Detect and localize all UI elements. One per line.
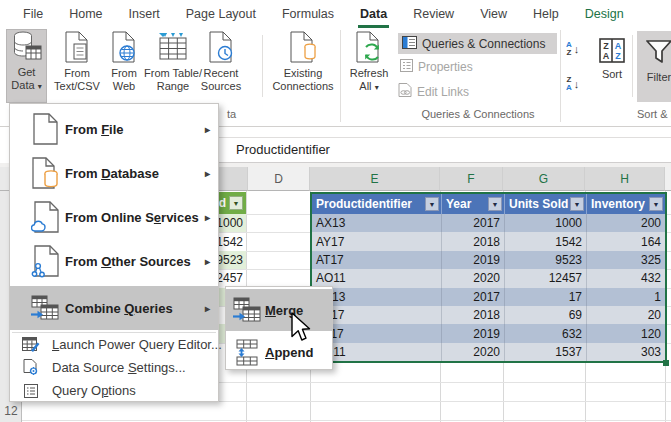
cell[interactable]: 9523 xyxy=(505,251,587,269)
cell[interactable]: 2018 xyxy=(442,306,505,324)
table-header-year[interactable]: Year▼ xyxy=(442,194,505,214)
tab-help[interactable]: Help xyxy=(520,0,572,28)
row-header-12[interactable]: 12 xyxy=(0,402,22,420)
from-web-button[interactable]: From Web xyxy=(104,31,144,94)
cell[interactable]: 12457 xyxy=(505,269,587,287)
sort-za-icon: ZA xyxy=(566,76,572,93)
sort-descending-button[interactable]: ZA ↓ xyxy=(566,76,579,93)
tab-view[interactable]: View xyxy=(467,0,520,28)
table-row: AY17 2018 1542 164 xyxy=(312,232,665,250)
refresh-all-line2: All ▾ xyxy=(359,80,378,93)
table-header-inventory[interactable]: Inventory▼ xyxy=(587,194,665,214)
cell[interactable]: 2019 xyxy=(442,251,505,269)
get-data-menu: From File ▸ From Database ▸ From Online … xyxy=(9,103,219,402)
menu-item-from-database[interactable]: From Database ▸ xyxy=(10,151,218,195)
from-table-range-button[interactable]: From Table/ Range xyxy=(144,31,202,94)
cell[interactable]: AT17 xyxy=(312,251,442,269)
dropdown-caret-icon: ▾ xyxy=(375,83,379,92)
table-resize-handle[interactable] xyxy=(663,360,669,366)
menu-item-from-online-services[interactable]: From Online Services ▸ xyxy=(10,195,218,239)
queries-connections-toggle[interactable]: Queries & Connections xyxy=(398,33,557,54)
cell[interactable]: 1537 xyxy=(505,343,587,361)
tab-review[interactable]: Review xyxy=(400,0,467,28)
cell[interactable]: 20 xyxy=(587,306,665,324)
sort-ascending-button[interactable]: AZ ↓ xyxy=(566,41,579,58)
cell[interactable]: 120 xyxy=(587,324,665,342)
filter-button[interactable]: Filter xyxy=(637,31,671,102)
existing-connections-icon xyxy=(289,31,317,67)
cell[interactable]: 17 xyxy=(505,288,587,306)
filter-dropdown-icon[interactable]: ▼ xyxy=(649,197,663,211)
recent-sources-button[interactable]: Recent Sources xyxy=(198,31,244,94)
column-header-c-sliver[interactable] xyxy=(219,167,248,191)
tab-design[interactable]: Design xyxy=(572,0,637,28)
menu-item-data-source-settings[interactable]: Data Source Settings... xyxy=(10,356,218,379)
submenu-item-append[interactable]: Append xyxy=(226,331,332,373)
sort-button[interactable]: Z A A Z Sort xyxy=(594,38,630,81)
cell[interactable]: 2017 xyxy=(442,288,505,306)
properties-button[interactable]: Properties xyxy=(400,59,473,75)
menu-item-from-other-sources[interactable]: From Other Sources ▸ xyxy=(10,239,218,283)
existing-connections-button[interactable]: Existing Connections xyxy=(268,31,338,94)
filter-dropdown-icon[interactable]: ▼ xyxy=(229,196,243,210)
merge-icon xyxy=(232,297,262,324)
column-header-d[interactable]: D xyxy=(248,167,310,191)
column-header-f[interactable]: F xyxy=(440,167,503,191)
cell[interactable]: 2018 xyxy=(442,232,505,250)
cell[interactable]: 164 xyxy=(587,232,665,250)
cell[interactable]: 1000 xyxy=(505,214,587,232)
column-header-e[interactable]: E xyxy=(310,167,440,191)
group-separator xyxy=(340,30,341,122)
menu-item-launch-power-query-editor[interactable]: Launch Power Query Editor... xyxy=(10,333,218,356)
formula-input[interactable]: Productidentifier xyxy=(236,137,330,163)
menu-item-query-options[interactable]: Query Options xyxy=(10,379,218,402)
cell[interactable]: AY17 xyxy=(312,232,442,250)
table-header-units-sold[interactable]: Units Sold▼ xyxy=(505,194,587,214)
power-query-editor-icon xyxy=(21,337,41,353)
cell[interactable]: 69 xyxy=(505,306,587,324)
cell[interactable]: 200 xyxy=(587,214,665,232)
data-table[interactable]: Productidentifier▼ Year▼ Units Sold▼ Inv… xyxy=(310,192,667,363)
cell[interactable]: AX13 xyxy=(312,214,442,232)
cell[interactable]: 432 xyxy=(587,269,665,287)
cell[interactable]: 632 xyxy=(505,324,587,342)
queries-pane-icon xyxy=(402,36,417,52)
ribbon-separator xyxy=(632,35,633,97)
cell[interactable]: 1542 xyxy=(505,232,587,250)
cell[interactable]: 1 xyxy=(587,288,665,306)
from-text-csv-button[interactable]: From Text/CSV xyxy=(52,31,102,94)
tab-formulas[interactable]: Formulas xyxy=(269,0,347,28)
group-separator xyxy=(560,30,561,122)
svg-text:Z: Z xyxy=(615,51,621,61)
svg-text:Z: Z xyxy=(603,41,609,51)
table-row: AO11 2020 1537 303 xyxy=(312,343,665,361)
cell[interactable]: 2020 xyxy=(442,343,505,361)
cell[interactable]: 325 xyxy=(587,251,665,269)
tab-page-layout[interactable]: Page Layout xyxy=(173,0,269,28)
left-table-header-text: d xyxy=(219,196,226,210)
tab-insert[interactable]: Insert xyxy=(116,0,173,28)
refresh-all-button[interactable]: Refresh All ▾ xyxy=(346,31,392,94)
cell[interactable]: 2020 xyxy=(442,269,505,287)
table-header-productidentifier[interactable]: Productidentifier▼ xyxy=(312,194,442,214)
cell[interactable]: 303 xyxy=(587,343,665,361)
edit-links-button[interactable]: Edit Links xyxy=(398,83,469,100)
menu-item-from-file[interactable]: From File ▸ xyxy=(10,107,218,151)
tab-file[interactable]: File xyxy=(10,0,56,28)
group-label-queries-connections: Queries & Connections xyxy=(398,108,558,120)
tab-home[interactable]: Home xyxy=(56,0,115,28)
filter-dropdown-icon[interactable]: ▼ xyxy=(425,197,439,211)
column-header-g[interactable]: G xyxy=(503,167,585,191)
cell[interactable]: 2017 xyxy=(442,214,505,232)
tab-data[interactable]: Data xyxy=(347,0,400,28)
submenu-item-merge[interactable]: Merge xyxy=(226,289,332,331)
column-header-h[interactable]: H xyxy=(585,167,665,191)
filter-dropdown-icon[interactable]: ▼ xyxy=(570,197,584,211)
mouse-cursor xyxy=(290,312,314,348)
menu-item-combine-queries[interactable]: Combine Queries ▸ xyxy=(10,286,218,330)
filter-dropdown-icon[interactable]: ▼ xyxy=(488,197,502,211)
submenu-arrow-icon: ▸ xyxy=(205,168,210,179)
cell[interactable]: 2019 xyxy=(442,324,505,342)
get-data-button[interactable]: Get Data ▾ xyxy=(6,29,47,103)
cell[interactable]: AO11 xyxy=(312,269,442,287)
